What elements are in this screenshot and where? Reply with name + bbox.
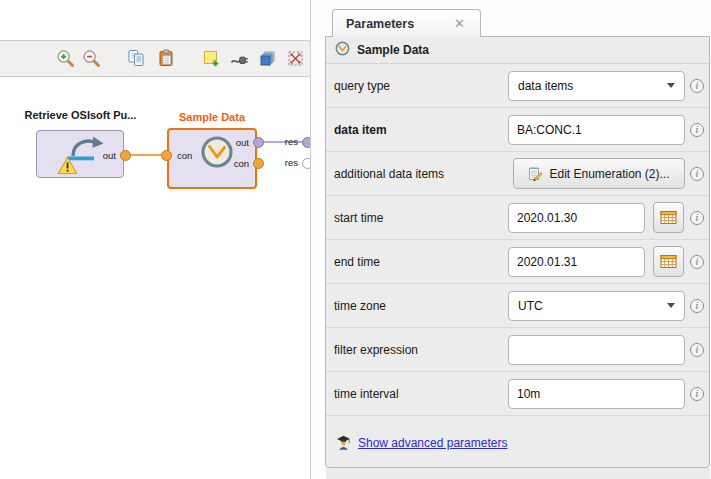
zoom-in-icon[interactable]	[55, 49, 75, 69]
filter-expression-input[interactable]	[508, 335, 685, 365]
time-interval-input[interactable]	[508, 379, 685, 409]
info-icon[interactable]: i	[690, 299, 704, 313]
calendar-icon	[660, 254, 677, 269]
param-label: time interval	[334, 387, 508, 401]
layers-icon[interactable]	[257, 49, 277, 69]
param-row-start-time: start time i	[326, 196, 709, 240]
port-sample-con-in[interactable]	[161, 150, 172, 161]
add-note-icon[interactable]	[201, 49, 221, 69]
param-row-end-time: end time i	[326, 240, 709, 284]
data-item-input[interactable]	[508, 115, 685, 145]
port-sample-out[interactable]	[253, 137, 264, 148]
zoom-out-icon[interactable]	[81, 49, 101, 69]
end-time-input[interactable]	[508, 247, 645, 277]
info-icon[interactable]: i	[690, 387, 704, 401]
result-port-label-1: res	[270, 136, 298, 147]
info-icon[interactable]: i	[690, 167, 704, 181]
calendar-icon	[660, 210, 677, 225]
operator-name-retrieve: Retrieve OSIsoft Pu...	[8, 109, 153, 121]
info-icon[interactable]: i	[690, 123, 704, 137]
selected-operator-name: Sample Data	[357, 43, 429, 57]
chevron-down-icon	[667, 83, 675, 88]
operator-name-sample-data: Sample Data	[167, 111, 257, 123]
param-row-query-type: query type data items i	[326, 64, 709, 108]
operator-sample-data[interactable]: con out con	[167, 128, 257, 189]
port-retrieve-out[interactable]	[120, 150, 131, 161]
time-zone-dropdown[interactable]: UTC	[508, 291, 685, 321]
clock-mini-icon	[335, 41, 350, 60]
param-label: data item	[334, 123, 508, 137]
canvas-toolbar	[0, 40, 311, 77]
close-icon[interactable]: ✕	[454, 17, 465, 30]
port-label-out: out	[236, 137, 249, 148]
port-label-out: out	[103, 150, 116, 161]
parameters-tab-title: Parameters	[346, 17, 414, 31]
result-port-2[interactable]	[302, 158, 311, 169]
operator-retrieve[interactable]: out	[36, 130, 124, 178]
edit-enumeration-button[interactable]: Edit Enumeration (2)...	[513, 158, 685, 189]
parameters-tab[interactable]: Parameters ✕	[332, 9, 481, 37]
query-type-dropdown[interactable]: data items	[508, 71, 685, 101]
parameters-header: Sample Data	[326, 37, 709, 64]
param-row-time-zone: time zone UTC i	[326, 284, 709, 328]
info-icon[interactable]: i	[690, 79, 704, 93]
param-label: additional data items	[334, 167, 508, 181]
graduate-icon	[336, 435, 351, 450]
param-row-additional-data-items: additional data items Edit Enumeration (…	[326, 152, 709, 196]
process-canvas[interactable]: Retrieve OSIsoft Pu... out Sample Data c…	[0, 0, 311, 479]
param-label: filter expression	[334, 343, 508, 357]
fit-view-icon[interactable]	[285, 49, 305, 69]
start-time-input[interactable]	[508, 203, 645, 233]
clock-icon	[200, 135, 234, 173]
param-row-time-interval: time interval i	[326, 372, 709, 416]
advanced-parameters-row: Show advanced parameters	[326, 435, 709, 450]
port-label-con-out: con	[234, 158, 249, 169]
paste-icon[interactable]	[156, 49, 176, 69]
info-icon[interactable]: i	[690, 255, 704, 269]
panel-bottom-margin	[326, 468, 710, 479]
param-label: time zone	[334, 299, 508, 313]
warning-icon	[57, 156, 78, 179]
parameters-panel: Sample Data query type data items i data…	[325, 36, 710, 468]
param-label: query type	[334, 79, 508, 93]
param-row-data-item: data item i	[326, 108, 709, 152]
port-label-con-in: con	[177, 150, 192, 161]
start-time-calendar-button[interactable]	[653, 202, 684, 233]
param-row-filter-expression: filter expression i	[326, 328, 709, 372]
chevron-down-icon	[667, 303, 675, 308]
param-label: end time	[334, 255, 508, 269]
info-icon[interactable]: i	[690, 343, 704, 357]
end-time-calendar-button[interactable]	[653, 246, 684, 277]
connect-icon[interactable]	[229, 49, 249, 69]
info-icon[interactable]: i	[690, 211, 704, 225]
edit-list-icon	[528, 166, 543, 181]
show-advanced-parameters-link[interactable]: Show advanced parameters	[358, 436, 507, 450]
param-label: start time	[334, 211, 508, 225]
result-port-label-2: res	[270, 157, 298, 168]
result-port-1[interactable]	[302, 137, 311, 148]
port-sample-con-out[interactable]	[253, 158, 264, 169]
copy-icon[interactable]	[126, 49, 146, 69]
